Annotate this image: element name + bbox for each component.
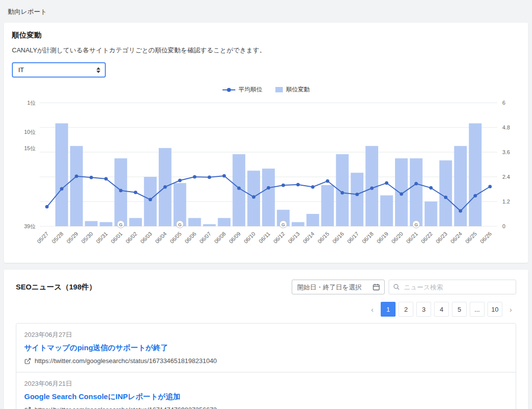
news-item-url-text: https://twitter.com/googlesearchc/status… — [35, 406, 217, 409]
news-item-title-link[interactable]: Google Search ConsoleにINPレポートが追加 — [24, 392, 180, 402]
pagination-page-10[interactable]: 10 — [488, 302, 502, 317]
legend-item-average-rank[interactable]: 平均順位 — [222, 85, 263, 94]
svg-text:06/06: 06/06 — [183, 231, 197, 245]
calendar-icon — [372, 283, 380, 291]
svg-text:05/27: 05/27 — [36, 231, 49, 245]
svg-text:06/13: 06/13 — [287, 231, 301, 245]
select-arrows-icon — [96, 67, 100, 73]
news-item-url-row: https://twitter.com/googlesearchc/status… — [24, 406, 508, 409]
svg-text:06/19: 06/19 — [375, 231, 389, 245]
news-item-date: 2023年06月27日 — [24, 330, 508, 339]
svg-text:06/18: 06/18 — [361, 231, 375, 245]
svg-text:G: G — [119, 222, 123, 227]
svg-text:06/22: 06/22 — [420, 231, 434, 245]
date-range-input[interactable] — [292, 280, 385, 294]
seo-news-card: SEOニュース（198件） ‹12345...10› 2023年06月27日 サ… — [4, 270, 528, 409]
news-item: 2023年06月27日 サイトマップのping送信のサポートが終了 https:… — [16, 324, 516, 372]
svg-text:06/17: 06/17 — [346, 231, 360, 245]
svg-text:06/07: 06/07 — [198, 231, 212, 245]
svg-text:G: G — [414, 222, 418, 227]
external-link-icon — [24, 358, 31, 365]
chart-legend: 平均順位 順位変動 — [12, 85, 520, 94]
svg-text:06/02: 06/02 — [125, 231, 138, 245]
line-series-marker-icon — [222, 89, 235, 90]
external-link-icon — [24, 407, 31, 409]
svg-text:06/10: 06/10 — [243, 231, 257, 245]
svg-text:06/26: 06/26 — [479, 231, 493, 245]
svg-text:06/12: 06/12 — [272, 231, 286, 245]
svg-text:06/16: 06/16 — [331, 231, 345, 245]
svg-text:06/14: 06/14 — [302, 231, 315, 245]
page-title: 動向レポート — [0, 0, 532, 23]
svg-text:05/30: 05/30 — [80, 231, 94, 245]
legend-label-average-rank: 平均順位 — [239, 85, 263, 94]
svg-text:05/28: 05/28 — [50, 231, 64, 245]
pagination: ‹12345...10› — [16, 302, 516, 317]
pagination-prev[interactable]: ‹ — [367, 302, 378, 317]
rank-change-card: 順位変動 CANALYが計測している各サイトカテゴリごとの順位変動を確認すること… — [4, 23, 528, 263]
svg-text:1.2: 1.2 — [502, 199, 510, 204]
svg-text:2.4: 2.4 — [502, 174, 510, 180]
svg-text:05/31: 05/31 — [95, 231, 109, 245]
svg-text:06/08: 06/08 — [213, 231, 227, 245]
news-section-title: SEOニュース（198件） — [16, 283, 292, 292]
svg-text:39位: 39位 — [24, 223, 36, 229]
pagination-page-2[interactable]: 2 — [399, 302, 413, 317]
svg-text:06/15: 06/15 — [316, 231, 330, 245]
category-select[interactable]: IT — [12, 62, 106, 78]
news-search-field — [389, 280, 516, 294]
svg-text:4.8: 4.8 — [502, 124, 510, 130]
legend-label-rank-change: 順位変動 — [286, 85, 310, 94]
svg-text:06/04: 06/04 — [154, 231, 168, 245]
rank-section-description: CANALYが計測している各サイトカテゴリごとの順位変動を確認することができます… — [12, 46, 520, 55]
news-item: 2023年06月21日 Google Search ConsoleにINPレポー… — [16, 372, 516, 409]
pagination-ellipsis[interactable]: ... — [470, 302, 485, 317]
pagination-page-3[interactable]: 3 — [416, 302, 431, 317]
rank-section-title: 順位変動 — [12, 31, 520, 40]
svg-text:15位: 15位 — [24, 145, 36, 151]
pagination-next[interactable]: › — [505, 302, 516, 317]
date-range-field — [292, 280, 385, 294]
news-item-url-text: https://twitter.com/googlesearchc/status… — [35, 357, 217, 365]
svg-text:06/24: 06/24 — [449, 231, 463, 245]
svg-text:06/25: 06/25 — [464, 231, 478, 245]
news-list: 2023年06月27日 サイトマップのping送信のサポートが終了 https:… — [16, 323, 516, 409]
svg-text:06/11: 06/11 — [258, 231, 271, 244]
news-item-title-link[interactable]: サイトマップのping送信のサポートが終了 — [24, 343, 168, 353]
svg-text:G: G — [281, 222, 285, 227]
svg-text:05/29: 05/29 — [65, 231, 79, 245]
svg-text:3.6: 3.6 — [502, 149, 510, 155]
news-item-date: 2023年06月21日 — [24, 379, 508, 388]
news-item-url-row: https://twitter.com/googlesearchc/status… — [24, 357, 508, 365]
search-icon — [393, 284, 400, 290]
bar-series-marker-icon — [275, 87, 283, 92]
legend-item-rank-change[interactable]: 順位変動 — [275, 85, 310, 94]
rank-trend-chart[interactable]: 01.22.43.64.861位10位15位39位GGGG05/2705/280… — [12, 96, 520, 260]
svg-text:06/21: 06/21 — [405, 231, 419, 245]
svg-text:06/03: 06/03 — [139, 231, 153, 245]
svg-text:06/01: 06/01 — [110, 231, 124, 245]
svg-text:G: G — [178, 222, 181, 227]
news-header: SEOニュース（198件） — [16, 280, 516, 294]
news-search-input[interactable] — [389, 280, 516, 294]
svg-text:6: 6 — [502, 100, 505, 106]
svg-text:06/05: 06/05 — [169, 231, 182, 245]
category-select-value: IT — [18, 66, 24, 74]
pagination-page-4[interactable]: 4 — [434, 302, 449, 317]
pagination-page-5[interactable]: 5 — [452, 302, 467, 317]
svg-text:1位: 1位 — [27, 100, 36, 106]
svg-text:06/23: 06/23 — [435, 231, 448, 245]
svg-text:10位: 10位 — [24, 129, 36, 135]
svg-text:06/20: 06/20 — [390, 231, 404, 245]
pagination-page-1[interactable]: 1 — [381, 302, 396, 317]
svg-text:0: 0 — [502, 223, 505, 229]
svg-text:06/09: 06/09 — [228, 231, 242, 245]
